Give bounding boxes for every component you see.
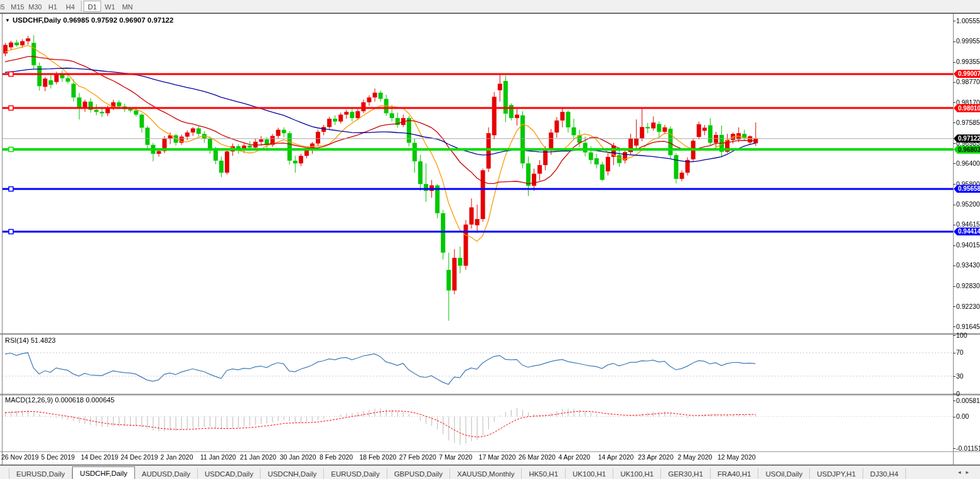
chart-tab-usdcad-daily[interactable]: USDCAD,Daily bbox=[198, 468, 261, 479]
chart-tab-usdchf-daily[interactable]: USDCHF,Daily bbox=[72, 466, 134, 479]
timeframe-button-m5[interactable]: M5 bbox=[0, 1, 9, 12]
chart-tab-gbpusd-daily[interactable]: GBPUSD,Daily bbox=[387, 468, 450, 479]
timeframe-button-w1[interactable]: W1 bbox=[101, 1, 119, 12]
chart-tab-fra40-h1[interactable]: FRA40,H1 bbox=[711, 468, 759, 479]
chart-tab-usoil-daily[interactable]: USOil,Daily bbox=[758, 468, 810, 479]
chart-tab-eurusd-daily[interactable]: EURUSD,Daily bbox=[324, 468, 387, 479]
timeframe-buttons: M5M15M30H1H4D1W1MN bbox=[0, 1, 136, 12]
timeframe-button-m15[interactable]: M15 bbox=[9, 1, 26, 12]
chart-canvas[interactable] bbox=[0, 0, 980, 479]
chart-tab-hk50-h1[interactable]: HK50,H1 bbox=[522, 468, 566, 479]
chart-tab-eurusd-daily[interactable]: EURUSD,Daily bbox=[9, 468, 72, 479]
timeframe-toolbar: M5M15M30H1H4D1W1MN bbox=[0, 0, 980, 13]
timeframe-button-m30[interactable]: M30 bbox=[26, 1, 44, 12]
toolbar-separator bbox=[81, 1, 82, 12]
timeframe-button-d1[interactable]: D1 bbox=[83, 1, 101, 12]
chart-tab-uk100-h1[interactable]: UK100,H1 bbox=[566, 468, 613, 479]
chart-tab-dj30-h4[interactable]: DJ30,H4 bbox=[863, 468, 906, 479]
chart-tab-audusd-daily[interactable]: AUDUSD,Daily bbox=[135, 468, 198, 479]
chart-tab-uk100-h1[interactable]: UK100,H1 bbox=[613, 468, 661, 479]
chart-tab-xauusd-monthly[interactable]: XAUUSD,Monthly bbox=[450, 468, 522, 479]
tab-scroll-arrows[interactable]: ◂▸ bbox=[958, 469, 974, 475]
timeframe-button-mn[interactable]: MN bbox=[119, 1, 136, 12]
chart-tab-ger30-h1[interactable]: GER30,H1 bbox=[661, 468, 711, 479]
mt4-window: M5M15M30H1H4D1W1MN ▼USDCHF,Daily 0.96985… bbox=[0, 0, 980, 479]
chart-tab-bar: EURUSD,DailyUSDCHF,DailyAUDUSD,DailyUSDC… bbox=[0, 465, 980, 479]
timeframe-button-h4[interactable]: H4 bbox=[62, 1, 79, 12]
timeframe-button-h1[interactable]: H1 bbox=[44, 1, 62, 12]
chart-tab-usdcnh-daily[interactable]: USDCNH,Daily bbox=[261, 468, 324, 479]
chart-tab-usdjpy-h1[interactable]: USDJPY,H1 bbox=[810, 468, 863, 479]
